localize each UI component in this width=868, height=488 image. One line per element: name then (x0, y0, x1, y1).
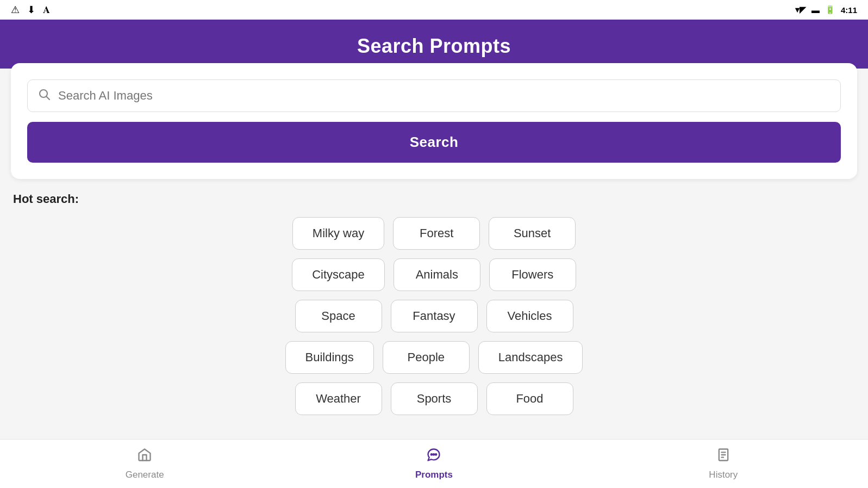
tag-chip-buildings[interactable]: Buildings (285, 341, 374, 374)
page-title: Search Prompts (0, 35, 868, 58)
hot-search-section: Hot search: Milky wayForestSunsetCitysca… (0, 179, 868, 421)
nav-label-history: History (709, 470, 738, 480)
tag-chip-animals[interactable]: Animals (394, 258, 480, 291)
hot-search-label: Hot search: (13, 192, 855, 206)
tag-chip-sunset[interactable]: Sunset (489, 217, 576, 250)
tag-chip-flowers[interactable]: Flowers (489, 258, 576, 291)
nav-item-history[interactable]: History (579, 442, 868, 486)
tags-row: WeatherSportsFood (295, 382, 573, 415)
nav-label-prompts: Prompts (415, 470, 453, 480)
svg-point-2 (433, 454, 434, 455)
warning-icon: ⚠ (11, 4, 20, 16)
search-input[interactable] (58, 89, 830, 103)
time-display: 4:11 (841, 5, 857, 15)
search-card: Search (11, 63, 857, 179)
svg-point-4 (435, 454, 436, 455)
tag-chip-cityscape[interactable]: Cityscape (292, 258, 385, 291)
tag-chip-forest[interactable]: Forest (393, 217, 480, 250)
status-bar: ⚠ ⬇ 𝐀 ▾◤ ▬ 🔋 4:11 (0, 0, 868, 20)
tag-chip-weather[interactable]: Weather (295, 382, 382, 415)
search-button[interactable]: Search (27, 122, 841, 163)
font-icon: 𝐀 (43, 4, 50, 16)
status-bar-right: ▾◤ ▬ 🔋 4:11 (795, 5, 857, 15)
battery-icon: 🔋 (825, 5, 835, 15)
tag-chip-food[interactable]: Food (486, 382, 573, 415)
tag-chip-space[interactable]: Space (295, 300, 382, 332)
signal-icon: ▬ (811, 5, 820, 15)
search-input-wrapper (27, 79, 841, 112)
status-bar-left: ⚠ ⬇ 𝐀 (11, 4, 50, 16)
tags-row: BuildingsPeopleLandscapes (285, 341, 583, 374)
bottom-nav: Generate Prompts History (0, 439, 868, 488)
page-header: Search Prompts (0, 20, 868, 69)
search-icon (38, 88, 51, 104)
wifi-icon: ▾◤ (795, 5, 806, 15)
nav-label-generate: Generate (126, 470, 164, 480)
tags-grid: Milky wayForestSunsetCityscapeAnimalsFlo… (13, 217, 855, 415)
tags-row: SpaceFantasyVehicles (295, 300, 573, 332)
tag-chip-milky-way[interactable]: Milky way (292, 217, 384, 250)
tag-chip-people[interactable]: People (383, 341, 470, 374)
home-icon (137, 447, 152, 466)
tags-row: CityscapeAnimalsFlowers (292, 258, 576, 291)
tag-chip-landscapes[interactable]: Landscapes (478, 341, 583, 374)
nav-item-prompts[interactable]: Prompts (289, 442, 578, 486)
history-icon (716, 447, 731, 466)
svg-line-1 (47, 97, 50, 100)
tag-chip-fantasy[interactable]: Fantasy (391, 300, 478, 332)
prompts-icon (426, 447, 441, 466)
tag-chip-vehicles[interactable]: Vehicles (486, 300, 573, 332)
nav-item-generate[interactable]: Generate (0, 442, 289, 486)
svg-point-3 (431, 454, 432, 455)
tag-chip-sports[interactable]: Sports (391, 382, 478, 415)
tags-row: Milky wayForestSunset (292, 217, 576, 250)
download-icon: ⬇ (27, 4, 35, 16)
